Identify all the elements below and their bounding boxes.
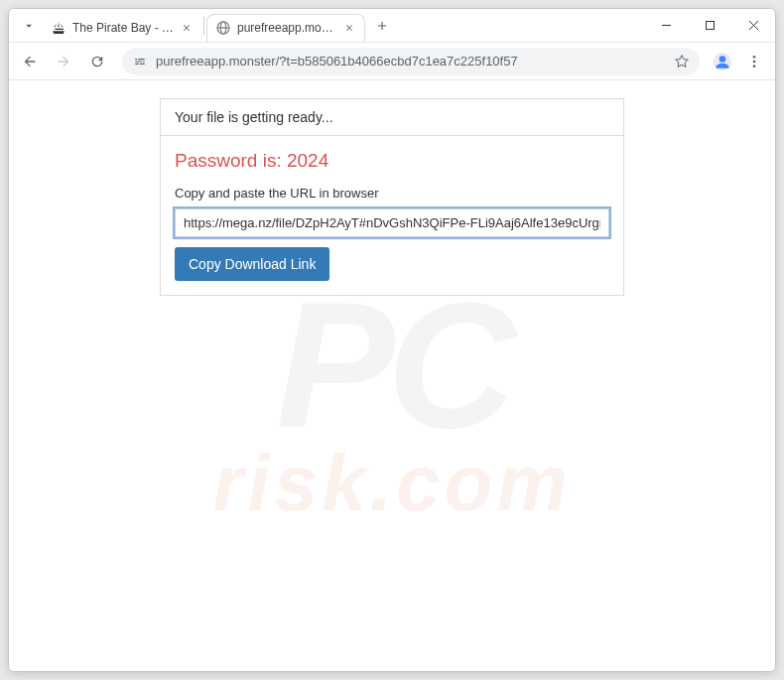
copy-link-button[interactable]: Copy Download Link: [175, 247, 329, 281]
address-bar[interactable]: purefreeapp.monster/?t=b585061b4066ecbd7…: [122, 48, 700, 75]
titlebar: The Pirate Bay - The galaxy's m purefree…: [9, 9, 775, 43]
download-card: Your file is getting ready... Password i…: [160, 98, 624, 296]
maximize-button[interactable]: [688, 9, 731, 42]
page-content: PC risk.com Your file is getting ready..…: [9, 80, 775, 671]
kebab-menu-button[interactable]: [739, 47, 769, 76]
download-url-input[interactable]: [175, 208, 609, 237]
tab-title: The Pirate Bay - The galaxy's m: [72, 21, 174, 35]
browser-window: The Pirate Bay - The galaxy's m purefree…: [8, 8, 776, 672]
forward-button[interactable]: [49, 47, 78, 76]
watermark-subtext: risk.com: [212, 438, 571, 529]
close-icon[interactable]: [342, 21, 356, 35]
new-tab-button[interactable]: [369, 13, 395, 39]
toolbar: purefreeapp.monster/?t=b585061b4066ecbd7…: [9, 43, 775, 80]
card-body: Password is: 2024 Copy and paste the URL…: [161, 136, 623, 295]
url-text: purefreeapp.monster/?t=b585061b4066ecbd7…: [156, 54, 666, 68]
bookmark-icon[interactable]: [674, 54, 690, 69]
svg-point-9: [753, 56, 756, 59]
site-settings-icon[interactable]: [132, 54, 148, 69]
svg-rect-4: [706, 22, 714, 30]
back-button[interactable]: [15, 47, 45, 76]
card-header: Your file is getting ready...: [161, 99, 623, 136]
ship-icon: [51, 20, 66, 36]
tab-separator: [203, 17, 204, 35]
tab-piratebay[interactable]: The Pirate Bay - The galaxy's m: [43, 14, 201, 42]
tab-strip: The Pirate Bay - The galaxy's m purefree…: [9, 9, 644, 42]
close-icon[interactable]: [180, 21, 194, 35]
svg-point-8: [719, 56, 726, 63]
tab-purefreeapp[interactable]: purefreeapp.monster/?t=b585: [206, 14, 365, 42]
password-text: Password is: 2024: [175, 150, 609, 172]
globe-icon: [215, 20, 231, 36]
svg-point-10: [753, 60, 756, 63]
svg-point-11: [753, 65, 756, 68]
instruction-text: Copy and paste the URL in browser: [175, 186, 609, 201]
profile-button[interactable]: [710, 49, 735, 74]
watermark-logo: PC: [212, 303, 571, 428]
window-controls: [644, 9, 775, 42]
minimize-button[interactable]: [644, 9, 688, 42]
close-window-button[interactable]: [731, 9, 775, 42]
reload-button[interactable]: [82, 47, 112, 76]
tab-title: purefreeapp.monster/?t=b585: [237, 21, 336, 35]
tab-search-button[interactable]: [15, 12, 43, 40]
